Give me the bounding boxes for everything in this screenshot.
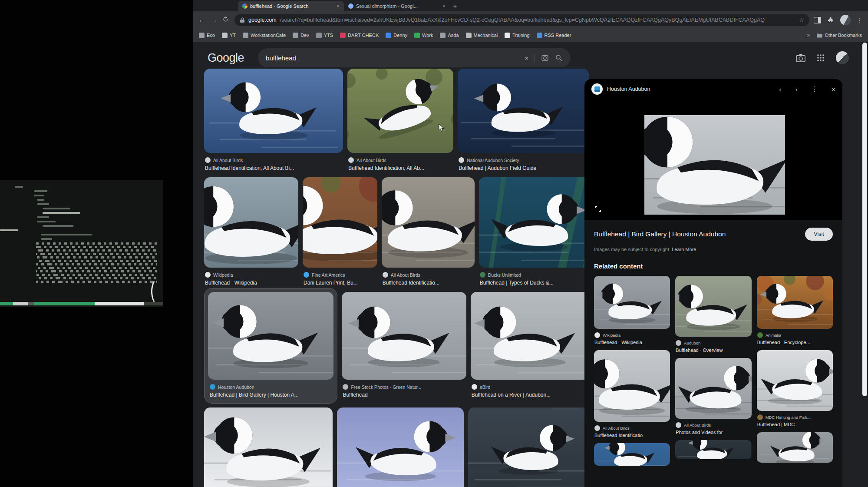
- related-result[interactable]: All About BirdsBufflehead Identificatio: [594, 350, 670, 438]
- image-caption[interactable]: All About BirdsBufflehead Identificatio: [594, 425, 670, 438]
- result-thumbnail[interactable]: [303, 177, 377, 268]
- result-thumbnail[interactable]: [204, 69, 343, 153]
- result-title[interactable]: Bufflehead Identification, All About Bi.…: [205, 165, 342, 171]
- image-result[interactable]: All About BirdsBufflehead Identification…: [204, 69, 343, 177]
- image-result[interactable]: Free Stock Photos - Green Natur...Buffle…: [342, 292, 466, 404]
- reload-button[interactable]: [222, 16, 230, 24]
- source-name[interactable]: Free Stock Photos - Green Natur...: [351, 384, 421, 390]
- image-caption[interactable]: Ducks UnlimitedBufflehead | Types of Duc…: [480, 272, 588, 286]
- source-name[interactable]: Animalia: [766, 333, 781, 338]
- result-thumbnail[interactable]: [479, 177, 589, 268]
- related-result[interactable]: MDC Hunting and Fish...Bufflehead | MDC: [757, 350, 833, 427]
- result-title[interactable]: Bufflehead | Bird Gallery | Houston A...: [210, 392, 332, 398]
- source-name[interactable]: National Audubon Society: [467, 158, 519, 163]
- related-result[interactable]: [675, 440, 751, 459]
- url-bar[interactable]: google.com /search?q=bufflehead&tbm=isch…: [234, 14, 809, 26]
- search-box[interactable]: bufflehead ×: [258, 48, 571, 67]
- result-title[interactable]: Bufflehead | Types of Ducks &...: [480, 280, 588, 286]
- account-avatar[interactable]: [836, 51, 849, 64]
- related-result[interactable]: AudubonBufflehead - Overview: [675, 276, 751, 353]
- result-thumbnail[interactable]: [337, 407, 464, 487]
- result-title[interactable]: Bufflehead on a River | Audubon...: [472, 392, 588, 398]
- source-name[interactable]: Houston Audubon: [218, 384, 254, 390]
- result-thumbnail[interactable]: [342, 292, 466, 380]
- image-caption[interactable]: WikipediaBufflehead - Wikipedia: [594, 332, 670, 345]
- tab-close-icon[interactable]: ×: [337, 3, 340, 9]
- terminal-window[interactable]: [0, 180, 163, 307]
- search-query[interactable]: bufflehead: [266, 54, 518, 62]
- close-panel-icon[interactable]: ×: [832, 86, 835, 93]
- result-title[interactable]: Bufflehead - Wikipedia: [205, 280, 297, 286]
- result-thumbnail[interactable]: [471, 292, 589, 380]
- bookmark-item[interactable]: Asda: [440, 33, 459, 38]
- image-result[interactable]: All About BirdsBufflehead Identification…: [347, 69, 453, 177]
- extensions-icon[interactable]: [827, 17, 834, 23]
- google-lens-icon[interactable]: [541, 54, 549, 62]
- image-result[interactable]: National Audubon SocietyBufflehead | Aud…: [458, 69, 589, 177]
- result-thumbnail[interactable]: [208, 292, 333, 380]
- preview-image[interactable]: [644, 115, 785, 215]
- related-thumbnail[interactable]: [594, 350, 670, 422]
- source-name[interactable]: Ducks Unlimited: [488, 272, 521, 278]
- bookmarks-overflow-icon[interactable]: »: [807, 32, 810, 38]
- image-result[interactable]: [337, 407, 464, 487]
- image-result[interactable]: Ducks UnlimitedBufflehead | Types of Duc…: [479, 177, 589, 292]
- new-tab-button[interactable]: +: [450, 1, 460, 11]
- related-thumbnail[interactable]: [594, 276, 670, 329]
- bookmark-item[interactable]: DART CHECK: [340, 33, 379, 38]
- back-button[interactable]: ←: [198, 16, 206, 24]
- image-result[interactable]: All About BirdsBufflehead Identificatio.…: [382, 177, 475, 292]
- result-title[interactable]: Bufflehead - Wikipedia: [594, 340, 670, 345]
- related-thumbnail[interactable]: [757, 350, 833, 411]
- image-caption[interactable]: MDC Hunting and Fish...Bufflehead | MDC: [757, 414, 832, 427]
- browser-tab[interactable]: bufflehead - Google Search×: [238, 1, 344, 11]
- previous-image-icon[interactable]: ‹: [779, 86, 781, 93]
- related-result[interactable]: [594, 443, 670, 466]
- related-thumbnail[interactable]: [757, 276, 833, 329]
- related-result[interactable]: [757, 432, 833, 463]
- result-title[interactable]: Bufflehead | Audubon Field Guide: [459, 165, 588, 171]
- image-caption[interactable]: All About BirdsBufflehead Identification…: [348, 157, 452, 171]
- bookmark-item[interactable]: Denny: [386, 33, 407, 38]
- result-title[interactable]: Bufflehead: [343, 392, 465, 398]
- image-caption[interactable]: All About BirdsPhotos and Videos for: [676, 422, 751, 435]
- result-title[interactable]: Photos and Videos for: [676, 430, 751, 435]
- other-bookmarks-folder[interactable]: Other Bookmarks: [817, 33, 862, 38]
- related-thumbnail[interactable]: [675, 276, 751, 337]
- search-icon[interactable]: [555, 54, 563, 62]
- image-caption[interactable]: eBirdBufflehead on a River | Audubon...: [472, 384, 588, 398]
- page-scrollbar[interactable]: [862, 43, 867, 396]
- tab-close-icon[interactable]: ×: [443, 3, 446, 9]
- bookmark-item[interactable]: YTS: [316, 33, 333, 38]
- result-title[interactable]: Dani Lauren Print, Bu...: [304, 280, 376, 286]
- image-caption[interactable]: National Audubon SocietyBufflehead | Aud…: [459, 157, 588, 171]
- image-caption[interactable]: All About BirdsBufflehead Identificatio.…: [383, 272, 474, 286]
- browser-tab[interactable]: Sexual dimorphism - Googl...×: [344, 1, 450, 11]
- related-thumbnail[interactable]: [594, 443, 670, 466]
- bookmark-item[interactable]: Mechanical: [466, 33, 498, 38]
- result-thumbnail[interactable]: [382, 177, 475, 268]
- result-title[interactable]: Bufflehead | Bird Gallery | Houston Audu…: [594, 230, 799, 238]
- bookmark-item[interactable]: Eco: [199, 33, 215, 38]
- result-thumbnail[interactable]: [204, 407, 333, 487]
- result-title[interactable]: Bufflehead Identificatio...: [383, 280, 474, 286]
- site-name[interactable]: Houston Audubon: [607, 86, 765, 92]
- image-caption[interactable]: Free Stock Photos - Green Natur...Buffle…: [343, 384, 465, 398]
- result-title[interactable]: Bufflehead - Overview: [676, 348, 751, 353]
- related-result[interactable]: WikipediaBufflehead - Wikipedia: [594, 276, 670, 345]
- learn-more-link[interactable]: Learn More: [672, 247, 696, 252]
- image-caption[interactable]: Houston AudubonBufflehead | Bird Gallery…: [210, 384, 332, 398]
- next-image-icon[interactable]: ›: [795, 86, 797, 93]
- source-name[interactable]: All About Birds: [356, 158, 386, 163]
- bookmark-item[interactable]: Dev: [293, 33, 309, 38]
- source-name[interactable]: MDC Hunting and Fish...: [766, 415, 811, 420]
- bookmark-star-icon[interactable]: ☆: [799, 17, 804, 23]
- related-result[interactable]: All About BirdsPhotos and Videos for: [675, 358, 751, 435]
- result-thumbnail[interactable]: [458, 69, 589, 153]
- source-name[interactable]: All About Birds: [213, 158, 243, 163]
- side-panel-icon[interactable]: [814, 17, 821, 23]
- image-caption[interactable]: All About BirdsBufflehead Identification…: [205, 157, 342, 171]
- result-title[interactable]: Bufflehead Identificatio: [594, 433, 670, 438]
- related-thumbnail[interactable]: [757, 432, 833, 463]
- related-thumbnail[interactable]: [675, 358, 751, 419]
